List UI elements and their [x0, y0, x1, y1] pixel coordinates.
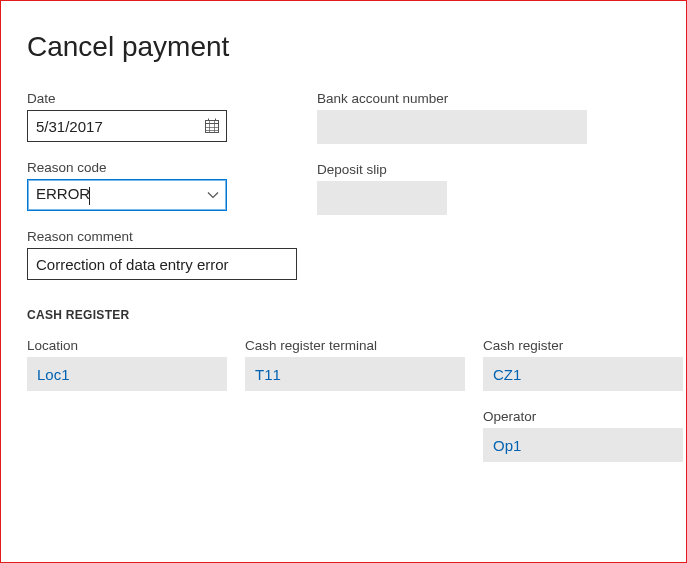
label-deposit-slip: Deposit slip [317, 162, 617, 177]
field-reason-code: Reason code ERROR [27, 160, 297, 211]
label-terminal: Cash register terminal [245, 338, 465, 353]
label-reason-code: Reason code [27, 160, 297, 175]
field-operator: Operator Op1 [483, 409, 683, 462]
page-title: Cancel payment [27, 31, 660, 63]
column-left: Date 5/31/2017 [27, 91, 297, 298]
calendar-icon[interactable] [204, 118, 220, 134]
column-right: Bank account number Deposit slip [317, 91, 617, 298]
reason-code-value: ERROR [36, 185, 206, 204]
field-register: Cash register CZ1 [483, 338, 683, 391]
label-bank-account: Bank account number [317, 91, 617, 106]
field-location: Location Loc1 [27, 338, 227, 391]
operator-lookup[interactable]: Op1 [483, 428, 683, 462]
reason-code-dropdown[interactable]: ERROR [27, 179, 227, 211]
label-operator: Operator [483, 409, 683, 424]
field-reason-comment: Reason comment Correction of data entry … [27, 229, 297, 280]
register-value: CZ1 [493, 366, 521, 383]
cash-register-grid: Location Loc1 Cash register terminal T11… [27, 338, 660, 462]
reason-comment-value: Correction of data entry error [36, 256, 290, 273]
dialog-cancel-payment: Cancel payment Date 5/31/2017 [0, 0, 687, 563]
label-reason-comment: Reason comment [27, 229, 297, 244]
terminal-value: T11 [255, 366, 281, 383]
label-date: Date [27, 91, 297, 106]
field-terminal: Cash register terminal T11 [245, 338, 465, 391]
field-bank-account: Bank account number [317, 91, 617, 144]
register-lookup[interactable]: CZ1 [483, 357, 683, 391]
field-deposit-slip: Deposit slip [317, 162, 617, 215]
label-location: Location [27, 338, 227, 353]
deposit-slip-readonly [317, 181, 447, 215]
operator-value: Op1 [493, 437, 521, 454]
section-cash-register-header: CASH REGISTER [27, 308, 660, 322]
date-value: 5/31/2017 [36, 118, 204, 135]
label-register: Cash register [483, 338, 683, 353]
location-value: Loc1 [37, 366, 70, 383]
form-upper: Date 5/31/2017 [27, 91, 660, 298]
bank-account-readonly [317, 110, 587, 144]
location-lookup[interactable]: Loc1 [27, 357, 227, 391]
date-input[interactable]: 5/31/2017 [27, 110, 227, 142]
field-date: Date 5/31/2017 [27, 91, 297, 142]
reason-comment-input[interactable]: Correction of data entry error [27, 248, 297, 280]
chevron-down-icon[interactable] [206, 188, 220, 202]
terminal-lookup[interactable]: T11 [245, 357, 465, 391]
